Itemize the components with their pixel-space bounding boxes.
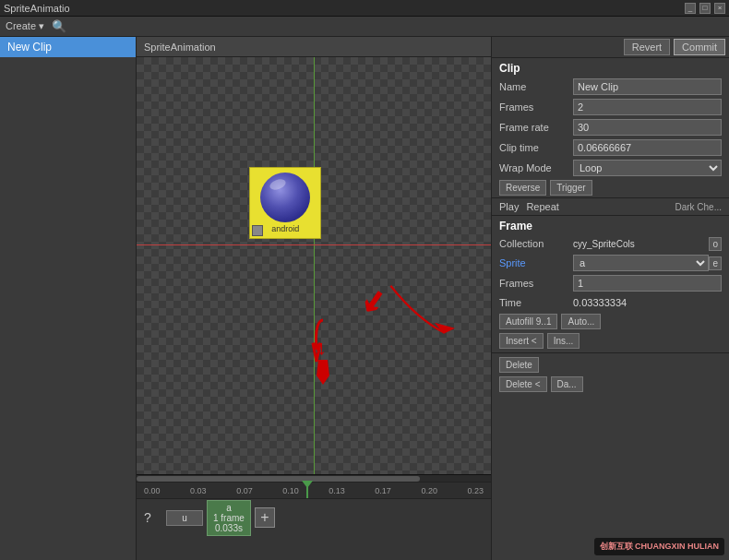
frame-frames-row: Frames bbox=[492, 273, 729, 293]
close-button[interactable]: × bbox=[714, 3, 725, 14]
clip-framerate-input[interactable] bbox=[573, 119, 722, 136]
timeline-track: ? u a 1 frame 0.033s + bbox=[137, 499, 491, 536]
toolbar: Create ▾ 🔍 bbox=[0, 17, 729, 37]
clip-wrapmode-row: Wrap Mode Loop Once PingPong bbox=[492, 158, 729, 178]
frame-sprite-label: Sprite bbox=[499, 257, 573, 268]
frame-section: Frame Collection cyy_SpriteCols o Sprite… bbox=[492, 216, 729, 394]
clip-wrapmode-select[interactable]: Loop Once PingPong bbox=[573, 160, 722, 176]
create-menu[interactable]: Create ▾ bbox=[6, 20, 44, 32]
playhead-arrow bbox=[302, 481, 313, 488]
minimize-button[interactable]: _ bbox=[685, 3, 696, 14]
annotation-number-1-bottom: ↓ bbox=[300, 316, 346, 399]
delete-less-button[interactable]: Delete < bbox=[499, 376, 547, 392]
clip-name-input[interactable] bbox=[573, 78, 722, 95]
frame-time-label: Time bbox=[499, 297, 573, 308]
timeline-scrollbar[interactable] bbox=[137, 474, 491, 482]
title-bar: SpriteAnimatio _ □ × bbox=[0, 0, 729, 17]
grid-line-vertical bbox=[314, 57, 315, 474]
ruler-mark-0: 0.00 bbox=[144, 486, 161, 495]
svg-text:↙: ↙ bbox=[360, 285, 387, 318]
dark-check-label: Dark Che... bbox=[675, 202, 722, 212]
ruler-mark-1: 0.03 bbox=[190, 486, 207, 495]
frame-time-row: Time 0.03333334 bbox=[492, 293, 729, 312]
frame-autofill-buttons: Autofill 9..1 Auto... bbox=[492, 312, 729, 331]
animation-label: SpriteAnimation bbox=[137, 37, 491, 57]
reverse-button[interactable]: Reverse bbox=[499, 180, 546, 196]
clip-frames-row: Frames bbox=[492, 97, 729, 117]
delete-button[interactable]: Delete bbox=[499, 357, 539, 373]
sidebar-item-new-clip[interactable]: New Clip bbox=[0, 37, 136, 57]
playhead[interactable] bbox=[306, 483, 308, 498]
frame-sprite-edit-btn[interactable]: e bbox=[709, 256, 722, 270]
ruler-mark-3: 0.10 bbox=[282, 486, 299, 495]
add-frame-button[interactable]: + bbox=[255, 507, 275, 528]
frame-delete-less-buttons: Delete < Da... bbox=[492, 375, 729, 394]
clip-action-buttons: Reverse Trigger bbox=[492, 178, 729, 197]
playback-row: Play Repeat Dark Che... bbox=[492, 197, 729, 216]
svg-text:↓: ↓ bbox=[317, 336, 327, 359]
autofill-button[interactable]: Autofill 9..1 bbox=[499, 314, 557, 329]
sidebar: New Clip bbox=[0, 37, 137, 560]
sprite-box: android bbox=[249, 167, 321, 239]
commit-button[interactable]: Commit bbox=[674, 39, 725, 55]
frame-collection-btn[interactable]: o bbox=[709, 237, 722, 251]
frame-collection-value: cyy_SpriteCols bbox=[573, 239, 709, 249]
search-button[interactable]: 🔍 bbox=[52, 19, 66, 34]
sprite-container: android bbox=[249, 167, 321, 239]
right-panel-header: Revert Commit bbox=[492, 37, 729, 58]
clip-name-row: Name bbox=[492, 77, 729, 97]
watermark: 创新互联 CHUANGXIN HULIAN bbox=[594, 538, 725, 555]
clip-time-row: Clip time bbox=[492, 137, 729, 158]
frame-section-header: Frame bbox=[492, 216, 729, 234]
play-button[interactable]: Play bbox=[499, 201, 519, 212]
frame-frames-input[interactable] bbox=[573, 275, 722, 292]
ruler-mark-7: 0.23 bbox=[467, 486, 484, 495]
clip-name-label: Name bbox=[499, 81, 573, 92]
clip-frames-input[interactable] bbox=[573, 99, 722, 115]
center-panel: SpriteAnimation android ↓ bbox=[137, 37, 491, 560]
frame-time-value: 0.03333334 bbox=[573, 297, 722, 308]
canvas-area[interactable]: android ↓ ↙ bbox=[137, 57, 491, 474]
insert-less-button[interactable]: Insert < bbox=[499, 333, 544, 349]
frame-frames-label: Frames bbox=[499, 278, 573, 289]
insert-button[interactable]: Ins... bbox=[547, 333, 580, 349]
maximize-button[interactable]: □ bbox=[699, 3, 711, 14]
svg-marker-1 bbox=[437, 325, 452, 333]
ruler-mark-6: 0.20 bbox=[421, 486, 437, 495]
sprite-label: android bbox=[271, 224, 299, 233]
track-frame-a[interactable]: a 1 frame 0.033s bbox=[207, 500, 251, 536]
right-panel: Revert Commit Clip Name Frames Frame rat… bbox=[491, 37, 729, 560]
timeline-area: 0.00 0.03 0.07 0.10 0.13 0.17 0.20 0.23 … bbox=[137, 482, 491, 560]
clip-framerate-label: Frame rate bbox=[499, 122, 573, 133]
clip-framerate-row: Frame rate bbox=[492, 117, 729, 137]
track-question-mark: ? bbox=[144, 510, 162, 525]
frame-insert-buttons: Insert < Ins... bbox=[492, 331, 729, 351]
da-button[interactable]: Da... bbox=[551, 376, 583, 392]
ruler-mark-4: 0.13 bbox=[329, 486, 345, 495]
clip-frames-label: Frames bbox=[499, 101, 573, 113]
window-title: SpriteAnimatio bbox=[4, 3, 70, 14]
frame-collection-row: Collection cyy_SpriteCols o bbox=[492, 234, 729, 253]
sprite-image bbox=[260, 173, 310, 222]
main-layout: New Clip SpriteAnimation android bbox=[0, 37, 729, 560]
repeat-button[interactable]: Repeat bbox=[526, 201, 558, 212]
frame-sprite-row: Sprite a e bbox=[492, 253, 729, 273]
ruler-marks: 0.00 0.03 0.07 0.10 0.13 0.17 0.20 0.23 bbox=[144, 486, 484, 495]
clip-wrapmode-label: Wrap Mode bbox=[499, 162, 573, 173]
ruler-mark-2: 0.07 bbox=[236, 486, 253, 495]
window-controls: _ □ × bbox=[685, 3, 725, 14]
frame-delete-buttons: Delete bbox=[492, 355, 729, 375]
frame-sprite-select[interactable]: a bbox=[573, 255, 709, 271]
sprite-corner-handle bbox=[252, 225, 263, 236]
trigger-button[interactable]: Trigger bbox=[550, 180, 592, 196]
divider bbox=[492, 352, 729, 353]
track-frame-u[interactable]: u bbox=[166, 510, 203, 526]
clip-section-header: Clip bbox=[492, 58, 729, 77]
grid-line-horizontal bbox=[137, 244, 491, 245]
ruler-mark-5: 0.17 bbox=[375, 486, 391, 495]
auto-button[interactable]: Auto... bbox=[561, 314, 601, 329]
timeline-ruler: 0.00 0.03 0.07 0.10 0.13 0.17 0.20 0.23 bbox=[137, 483, 491, 499]
clip-time-label: Clip time bbox=[499, 142, 573, 153]
clip-time-input[interactable] bbox=[573, 139, 722, 156]
revert-button[interactable]: Revert bbox=[624, 39, 670, 55]
